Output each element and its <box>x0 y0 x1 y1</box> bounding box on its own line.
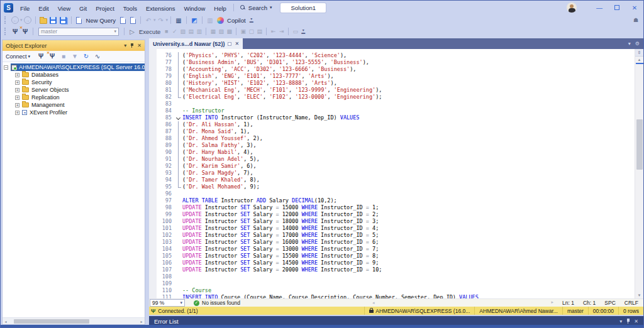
sidebar-item-management[interactable]: +Management <box>3 101 145 109</box>
menu-git[interactable]: Git <box>75 3 91 14</box>
scroll-down-icon[interactable]: ▼ <box>638 292 641 298</box>
copilot-button[interactable]: Copilot <box>227 17 246 24</box>
filter-icon[interactable]: ▼ <box>70 52 79 61</box>
close-icon[interactable]: ✕ <box>137 43 142 48</box>
scroll-right-icon[interactable]: ▸ <box>138 319 145 324</box>
line-indicator[interactable]: Ln: 1 <box>562 300 574 306</box>
window-position-icon[interactable]: ▾ <box>619 319 622 324</box>
sqlcmd-icon[interactable]: ▭ <box>291 28 299 36</box>
chevron-down-icon[interactable]: ▾ <box>153 18 156 23</box>
activity-monitor-icon[interactable]: ∿ <box>93 52 102 61</box>
results-text-icon[interactable]: ▦ <box>209 28 217 36</box>
tab-settings-icon[interactable]: ⚙ <box>635 41 640 46</box>
menu-edit[interactable]: Edit <box>34 3 53 14</box>
new-query-button[interactable]: New Query <box>86 17 116 24</box>
server-node[interactable]: − AHMEDNAWAR\SQLEXPRESS (SQL Server 16.0… <box>3 63 145 71</box>
pin-icon[interactable] <box>626 319 630 324</box>
redo-button[interactable]: ↷ <box>157 16 165 25</box>
stop-icon[interactable]: ■ <box>162 28 170 36</box>
chevron-down-icon[interactable]: ▾ <box>166 18 169 23</box>
sidebar-item-server-objects[interactable]: +Server Objects <box>3 86 145 94</box>
toolbar-grip[interactable] <box>4 28 8 35</box>
scrollbar-thumb[interactable] <box>14 319 89 324</box>
promote-tab-icon[interactable] <box>228 42 231 46</box>
comment-icon[interactable]: ▣ <box>239 28 247 36</box>
minimize-button[interactable]: — <box>591 1 608 14</box>
column-indicator[interactable]: Ch: 1 <box>583 300 596 306</box>
sidebar-item-replication[interactable]: +Replication <box>3 94 145 101</box>
close-button[interactable]: ✕ <box>626 1 643 14</box>
refresh-icon[interactable]: ↻ <box>82 52 91 61</box>
stop-icon[interactable]: ■ <box>59 52 68 61</box>
expand-icon[interactable]: + <box>15 111 19 115</box>
database-diagram-icon[interactable]: ◩ <box>190 16 199 25</box>
navigate-forward-button[interactable]: → <box>23 16 32 25</box>
expand-icon[interactable]: + <box>15 73 19 77</box>
execute-button[interactable]: Execute <box>139 28 160 35</box>
uncomment-icon[interactable]: ▢ <box>247 28 255 36</box>
object-explorer-hscrollbar[interactable]: ◂ ▸ <box>3 317 145 324</box>
tab-list-icon[interactable]: ▾ <box>628 41 631 46</box>
zoom-combobox[interactable]: 99 % ▾ <box>150 299 185 307</box>
scroll-up-icon[interactable]: ▲ <box>638 57 641 63</box>
undo-button[interactable]: ↶ <box>144 16 153 25</box>
indent-icon[interactable]: ⇥ <box>277 28 286 36</box>
table-designer-icon[interactable]: ▦ <box>174 16 183 25</box>
pin-icon[interactable] <box>130 43 133 48</box>
open-file-button[interactable] <box>39 16 48 25</box>
menu-file[interactable]: File <box>16 3 34 14</box>
outdent-icon[interactable]: ⇤ <box>269 28 277 36</box>
query-options-icon[interactable]: ▤ <box>187 28 195 36</box>
save-button[interactable] <box>49 16 58 25</box>
outline-icon[interactable]: ▤ <box>255 28 264 36</box>
fold-margin[interactable] <box>175 114 182 121</box>
parse-icon[interactable]: ✓ <box>170 28 179 36</box>
expand-icon[interactable]: + <box>15 88 19 92</box>
vertical-scrollbar[interactable]: ⇳ ▲ ▼ <box>635 49 643 298</box>
document-tab[interactable]: University.s...d Nawar (52)) ✕ <box>149 38 243 49</box>
scroll-left-icon[interactable]: ◂ <box>3 319 9 324</box>
menu-tools[interactable]: Tools <box>119 3 142 14</box>
execute-icon[interactable]: ▷ <box>128 27 136 36</box>
new-connection-query-icon[interactable] <box>118 16 127 25</box>
new-query-icon[interactable] <box>75 16 84 25</box>
spc-indicator[interactable]: SPC <box>604 300 615 306</box>
menu-extensions[interactable]: Extensions <box>142 3 179 14</box>
disconnect-icon[interactable]: Ψ <box>48 52 57 61</box>
close-tab-icon[interactable]: ✕ <box>235 41 239 46</box>
open-query-icon[interactable] <box>128 16 137 25</box>
expand-icon[interactable]: + <box>15 103 19 107</box>
health-check-icon[interactable]: ✓ <box>194 300 199 306</box>
user-avatar[interactable] <box>567 3 577 13</box>
hscroll-left-icon[interactable]: ◂ <box>372 300 375 305</box>
results-pane-icon[interactable]: ▩ <box>225 28 233 36</box>
collapse-icon[interactable]: − <box>4 65 8 70</box>
connect-button[interactable]: Connect <box>6 53 27 60</box>
chevron-down-icon[interactable]: ▾ <box>20 18 23 23</box>
scrollbar-thumb[interactable] <box>636 119 643 170</box>
save-all-button[interactable] <box>59 16 68 25</box>
eol-indicator[interactable]: CRLF <box>625 300 638 306</box>
estimated-plan-icon[interactable]: ▧ <box>179 28 187 36</box>
menu-project[interactable]: Project <box>91 3 119 14</box>
split-editor-handle[interactable]: ⇳ <box>635 49 644 57</box>
sidebar-item-databases[interactable]: +Databases <box>3 71 145 79</box>
expand-icon[interactable]: + <box>15 80 19 85</box>
panel-layout-icon[interactable]: ▥ <box>206 16 214 25</box>
menu-help[interactable]: Help <box>209 3 231 14</box>
toolbar-grip[interactable] <box>4 16 8 24</box>
menu-view[interactable]: View <box>53 3 75 14</box>
sidebar-item-security[interactable]: +Security <box>3 79 145 86</box>
sidebar-item-xevent-profiler[interactable]: +◂XEvent Profiler <box>3 109 145 116</box>
maximize-button[interactable] <box>608 1 626 14</box>
toolbar-overflow-button[interactable]: ▾▬ <box>301 29 305 34</box>
navigate-back-button[interactable]: ← <box>11 16 19 25</box>
results-file-icon[interactable]: ▥ <box>195 28 203 36</box>
connect-server-icon[interactable]: Ψ <box>36 52 45 61</box>
connect-icon[interactable]: Ψ <box>11 27 19 36</box>
solution-name[interactable]: Solution1 <box>280 3 326 13</box>
search-control[interactable]: Search ▾ <box>240 4 272 11</box>
expand-icon[interactable]: + <box>15 96 19 100</box>
close-icon[interactable]: ✕ <box>634 319 638 324</box>
window-position-icon[interactable]: ▾ <box>124 43 126 48</box>
